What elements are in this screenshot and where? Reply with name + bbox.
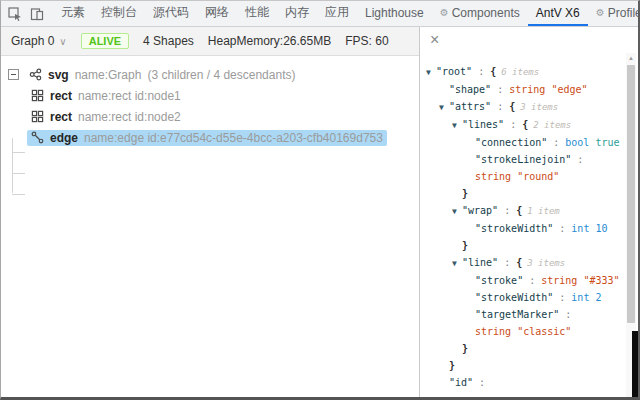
tab-label: 源代码 xyxy=(153,4,189,21)
tab-label: 网络 xyxy=(205,4,229,21)
json-separator: : xyxy=(559,309,571,320)
json-value: true xyxy=(595,137,619,148)
json-key: "attrs" xyxy=(449,101,491,112)
json-type: string xyxy=(541,275,577,286)
tab-application[interactable]: 应用 xyxy=(317,1,357,26)
json-value: "#333" xyxy=(583,275,619,286)
tab-performance[interactable]: 性能 xyxy=(237,1,277,26)
tab-list: 元素 控制台 源代码 网络 性能 内存 应用 Lighthouse ⚙Compo… xyxy=(53,1,640,26)
collapse-arrow-icon[interactable]: ▼ xyxy=(452,117,462,134)
json-brace: { xyxy=(522,119,528,130)
tab-label: AntV X6 xyxy=(536,6,580,20)
inspect-element-icon[interactable] xyxy=(7,6,23,22)
json-type: string xyxy=(509,84,545,95)
tabbar-left-icons xyxy=(1,1,49,26)
json-key: "strokeLinejoin" xyxy=(475,154,571,165)
tab-label: 元素 xyxy=(61,4,85,21)
tab-network[interactable]: 网络 xyxy=(197,1,237,26)
tree-node-svg[interactable]: svg name:Graph (3 children / 4 descendan… xyxy=(25,67,299,83)
json-row-id: "id" : xyxy=(420,374,626,391)
tab-label: Lighthouse xyxy=(365,6,424,20)
tab-label: 内存 xyxy=(285,4,309,21)
tree-row-rect-node1: rect name:rect id:node1 xyxy=(1,85,419,106)
json-separator: : xyxy=(553,223,571,234)
json-row-root: ▼"root" : {6 items xyxy=(420,63,626,81)
json-key: "id" xyxy=(449,377,473,388)
tab-components[interactable]: ⚙Components xyxy=(432,1,528,26)
json-key: "connection" xyxy=(475,137,547,148)
json-type: int xyxy=(571,292,589,303)
json-item-count: 3 items xyxy=(520,102,558,112)
json-item-count: 2 items xyxy=(533,120,571,130)
json-key: "line" xyxy=(462,257,498,268)
tab-label: 应用 xyxy=(325,4,349,21)
collapse-arrow-icon[interactable]: ▼ xyxy=(426,64,436,81)
tree-node-attrs: name:edge id:e77cd54c-d55e-4bcc-a203-cfb… xyxy=(84,131,383,145)
tab-console[interactable]: 控制台 xyxy=(93,1,145,26)
json-key: "lines" xyxy=(462,119,504,130)
collapse-arrow-icon[interactable]: ▼ xyxy=(452,255,462,272)
fps-counter: FPS: 60 xyxy=(345,34,388,48)
json-row-lines: ▼"lines" : {2 items xyxy=(420,116,626,134)
shapes-count: 4 Shapes xyxy=(143,34,194,48)
device-toolbar-icon[interactable] xyxy=(29,6,45,22)
tree-node-rect1[interactable]: rect name:rect id:node1 xyxy=(27,88,185,104)
tree-tag: svg xyxy=(48,68,69,82)
graph-icon xyxy=(29,68,42,81)
tab-elements[interactable]: 元素 xyxy=(53,1,93,26)
rect-icon xyxy=(31,89,44,102)
graph-selector-dropdown[interactable]: Graph 0 ∨ xyxy=(11,34,67,48)
tab-label: Profiler xyxy=(608,6,640,20)
tree-node-meta: (3 children / 4 descendants) xyxy=(147,68,295,82)
detail-inspector-panel: × ▼"root" : {6 items "shape" : string "e… xyxy=(419,27,638,397)
status-badge: ALIVE xyxy=(81,33,129,49)
tab-antv-x6[interactable]: AntV X6 xyxy=(528,1,588,26)
tab-label: Components xyxy=(452,6,520,20)
tab-label: 性能 xyxy=(245,4,269,21)
inspector-close-icon[interactable]: × xyxy=(430,32,439,48)
tab-memory[interactable]: 内存 xyxy=(277,1,317,26)
json-type: int xyxy=(571,223,589,234)
json-item-count: 1 item xyxy=(527,206,560,216)
tree-node-attrs: name:rect id:node2 xyxy=(78,110,181,124)
collapse-arrow-icon[interactable]: ▼ xyxy=(452,203,462,220)
collapse-arrow-icon[interactable]: ▼ xyxy=(439,99,449,116)
json-key: "strokeWidth" xyxy=(475,223,553,234)
tree-guide-line xyxy=(12,173,25,174)
collapse-expander-icon[interactable] xyxy=(8,69,19,80)
json-row-connection: "connection" : bool true xyxy=(420,134,626,151)
json-type: bool xyxy=(565,137,589,148)
rect-icon xyxy=(31,110,44,123)
graph-toolbar: Graph 0 ∨ ALIVE 4 Shapes HeapMemory:26.6… xyxy=(1,27,419,56)
tree-row-svg-root: svg name:Graph (3 children / 4 descendan… xyxy=(1,64,419,85)
scrollbar-up-arrow-icon[interactable]: ▲ xyxy=(626,55,636,61)
graph-panel: Graph 0 ∨ ALIVE 4 Shapes HeapMemory:26.6… xyxy=(1,27,419,397)
json-brace: } xyxy=(462,240,468,251)
json-key: "root" xyxy=(436,66,472,77)
json-row-attrs: ▼"attrs" : {3 items xyxy=(420,98,626,116)
json-row-targetmarker: "targetMarker" : string "classic" xyxy=(420,306,626,340)
tab-label: 控制台 xyxy=(101,4,137,21)
tab-sources[interactable]: 源代码 xyxy=(145,1,197,26)
json-key: "stroke" xyxy=(475,275,523,286)
devtools-window: 元素 控制台 源代码 网络 性能 内存 应用 Lighthouse ⚙Compo… xyxy=(0,0,640,400)
tree-tag: rect xyxy=(50,110,72,124)
json-separator: : xyxy=(472,66,490,77)
json-separator: : xyxy=(504,119,522,130)
json-separator: : xyxy=(473,377,485,388)
json-row-wrap: ▼"wrap" : {1 item xyxy=(420,202,626,220)
gear-icon: ⚙ xyxy=(440,7,449,18)
json-separator: : xyxy=(498,205,516,216)
element-tree: svg name:Graph (3 children / 4 descendan… xyxy=(1,56,419,397)
json-value: "classic" xyxy=(517,326,571,337)
json-brace: { xyxy=(509,101,515,112)
tree-node-rect2[interactable]: rect name:rect id:node2 xyxy=(27,109,185,125)
tree-node-edge[interactable]: edge name:edge id:e77cd54c-d55e-4bcc-a20… xyxy=(27,130,387,146)
json-separator: : xyxy=(553,292,571,303)
json-key: "targetMarker" xyxy=(475,309,559,320)
json-separator: : xyxy=(571,154,583,165)
tree-tag: edge xyxy=(50,131,78,145)
tab-profiler[interactable]: ⚙Profiler xyxy=(588,1,640,26)
scrollbar-thumb[interactable] xyxy=(627,65,635,323)
tab-lighthouse[interactable]: Lighthouse xyxy=(357,1,432,26)
